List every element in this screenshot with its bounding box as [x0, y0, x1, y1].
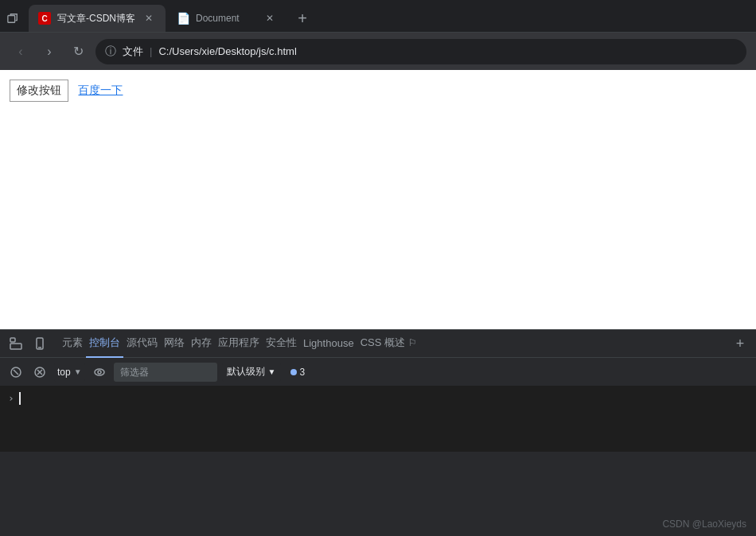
restore-btn[interactable] — [6, 12, 19, 25]
tab-css-overview[interactable]: CSS 概述 ⚐ — [357, 330, 420, 358]
svg-point-11 — [98, 371, 101, 374]
level-selector[interactable]: 默认级别 ▼ — [222, 363, 281, 382]
tab-application[interactable]: 应用程序 — [215, 330, 263, 358]
tab-memory[interactable]: 内存 — [188, 330, 215, 358]
browser-window: C 写文章-CSDN博客 ✕ 📄 Document ✕ + ‹ › ↻ ⓘ 文件… — [0, 0, 756, 536]
inspect-icon-btn[interactable] — [5, 332, 27, 355]
window-controls — [6, 12, 19, 25]
badge-dot — [290, 369, 297, 375]
more-devtools-button[interactable]: + — [729, 332, 751, 355]
filter-input[interactable] — [114, 363, 217, 382]
tab-console[interactable]: 控制台 — [86, 330, 123, 358]
doc-tab-label: Document — [196, 13, 256, 24]
level-chevron: ▼ — [268, 367, 276, 376]
badge-count: 3 — [300, 367, 306, 378]
csdn-tab-label: 写文章-CSDN博客 — [57, 12, 135, 25]
modify-button[interactable]: 修改按钮 — [10, 80, 68, 102]
tab-elements[interactable]: 元素 — [59, 330, 86, 358]
console-cursor — [19, 392, 21, 405]
top-frame-selector[interactable]: top ▼ — [54, 363, 85, 382]
top-label: top — [57, 367, 71, 378]
devtools-panel: 元素 控制台 源代码 网络 内存 应用程序 安全性 Lighthouse — [0, 329, 756, 536]
page-content: 修改按钮 百度一下 — [0, 70, 756, 285]
watermark: CSDN @LaoXieyds — [662, 519, 746, 530]
baidu-link[interactable]: 百度一下 — [78, 84, 123, 98]
csdn-favicon: C — [38, 12, 51, 25]
top-selector-chevron: ▼ — [74, 367, 82, 376]
console-prompt: › — [8, 392, 14, 404]
doc-favicon: 📄 — [177, 12, 189, 25]
tab-source[interactable]: 源代码 — [123, 330, 161, 358]
device-icon-btn[interactable] — [30, 332, 53, 355]
svg-rect-0 — [8, 16, 15, 23]
eye-icon-btn[interactable] — [90, 363, 109, 382]
filter-icon-btn[interactable] — [30, 363, 49, 382]
refresh-button[interactable]: ↻ — [67, 41, 89, 63]
svg-rect-2 — [10, 344, 21, 349]
tab-document[interactable]: 📄 Document ✕ — [167, 5, 286, 32]
url-text: C:/Users/xie/Desktop/js/c.html — [158, 45, 296, 57]
devtools-tab-bar: 元素 控制台 源代码 网络 内存 应用程序 安全性 Lighthouse — [0, 329, 756, 357]
info-icon: ⓘ — [105, 45, 116, 59]
tab-network[interactable]: 网络 — [161, 330, 188, 358]
svg-point-10 — [95, 369, 104, 375]
svg-rect-1 — [10, 338, 15, 342]
forward-button[interactable]: › — [38, 41, 60, 63]
svg-line-6 — [14, 370, 18, 375]
level-label: 默认级别 — [227, 365, 265, 379]
tab-bar: C 写文章-CSDN博客 ✕ 📄 Document ✕ + — [0, 0, 756, 32]
tab-security[interactable]: 安全性 — [263, 330, 300, 358]
address-input-wrap[interactable]: ⓘ 文件 | C:/Users/xie/Desktop/js/c.html — [95, 39, 746, 64]
address-divider: | — [150, 45, 152, 57]
tab-lighthouse[interactable]: Lighthouse — [300, 330, 357, 358]
doc-tab-close[interactable]: ✕ — [263, 11, 277, 25]
console-area[interactable]: › — [0, 386, 756, 452]
file-prefix: 文件 — [123, 45, 143, 59]
devtools-toolbar: top ▼ 默认级别 ▼ 3 — [0, 357, 756, 386]
address-bar: ‹ › ↻ ⓘ 文件 | C:/Users/xie/Desktop/js/c.h… — [0, 32, 756, 70]
csdn-tab-close[interactable]: ✕ — [142, 11, 156, 25]
tab-csdn[interactable]: C 写文章-CSDN博客 ✕ — [29, 5, 166, 32]
message-count-badge: 3 — [286, 363, 310, 382]
css-overview-flag-icon: ⚐ — [408, 337, 417, 348]
back-button[interactable]: ‹ — [10, 41, 32, 63]
clear-console-button[interactable] — [6, 363, 25, 382]
new-tab-button[interactable]: + — [291, 7, 314, 29]
